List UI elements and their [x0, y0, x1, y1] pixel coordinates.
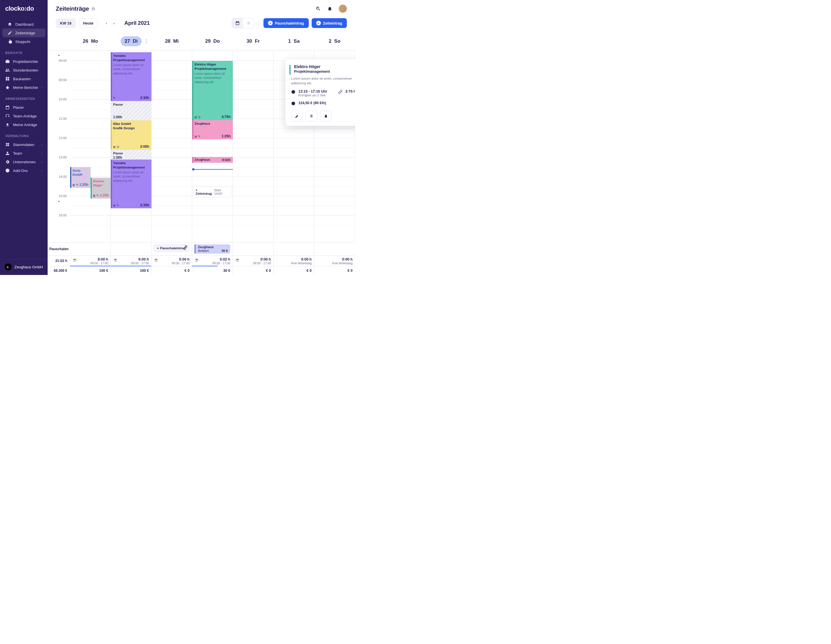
event-popover: Elektro Höger Projektmanagement Lorem ip… [285, 59, 355, 126]
next-week[interactable]: › [110, 20, 118, 27]
star-icon [5, 85, 10, 90]
euro-cell: 30 € [192, 266, 233, 275]
arrowup-icon [5, 122, 10, 127]
po-delete[interactable] [320, 111, 331, 121]
month-label: April 2021 [124, 20, 150, 26]
view-toggle [232, 18, 254, 28]
day-column[interactable] [70, 51, 111, 241]
euro-cell: 100 € [111, 266, 151, 275]
euro-icon [291, 101, 296, 106]
brand-logo: clocko:do [0, 0, 48, 20]
time-label: 10:00 [59, 97, 67, 101]
prev-week[interactable]: ‹ [103, 20, 110, 27]
today-pill[interactable]: Heute [79, 19, 98, 28]
nav-verwaltung: VERWALTUNG Stammdaten › Team › Unternehm… [0, 134, 48, 180]
gear-icon [5, 159, 10, 164]
nav-stammdaten[interactable]: Stammdaten › [0, 140, 48, 149]
day-column[interactable] [151, 51, 192, 241]
bell-icon[interactable] [327, 6, 333, 11]
nav-meine-antraege[interactable]: Meine Anträge [0, 120, 48, 129]
main: Zeiteinträge KW 16 Heute ‹ › April 2021 [48, 0, 355, 275]
day-header[interactable]: 28 Mi [151, 33, 192, 51]
nav-unternehmen[interactable]: Unternehmen › [0, 157, 48, 166]
day-header[interactable]: 1 Sa [274, 33, 314, 51]
sidebar-footer[interactable]: z. Zeughaus GmbH [0, 259, 48, 275]
org-name: Zeughaus GmbH [14, 265, 43, 269]
euro-cell: € 0 [274, 266, 314, 275]
calendar: 26 Mo27 Di28 Mi29 Do30 Fr1 Sa2 So 08:000… [48, 33, 355, 275]
day-column[interactable] [233, 51, 274, 241]
btn-zeiteintrag[interactable]: + Zeiteintrag [312, 18, 347, 28]
link-icon [338, 90, 342, 94]
po-copy[interactable] [306, 111, 317, 121]
day-header[interactable]: 2 So [314, 33, 355, 51]
case-icon [5, 59, 10, 64]
time-label: 13:00 [59, 156, 67, 159]
calendar-event[interactable]: Zeughaus◉ ✎1:25h [192, 120, 233, 139]
view-calendar[interactable] [232, 18, 243, 28]
nav-projektberichte[interactable]: Projektberichte [0, 57, 48, 66]
pauschal-chip[interactable]: Zeughaus Anfahrt30 € [194, 244, 230, 254]
btn-pauschaleintrag[interactable]: + Pauschaleintrag [263, 18, 309, 28]
day-header[interactable]: 26 Mo [70, 33, 111, 51]
people-icon [5, 68, 10, 72]
hours-cell: ☕0:00 h08:00 - 17:00 [233, 256, 274, 266]
day-header[interactable]: 29 Do [192, 33, 233, 51]
topbar: Zeiteinträge [48, 0, 355, 18]
calendar-event[interactable]: Pause1:00h [111, 150, 151, 159]
nav-stoppuhr[interactable]: Stoppuhr [2, 37, 45, 46]
nav-addons[interactable]: Add-Ons › [0, 166, 48, 175]
scroll-down[interactable] [48, 197, 70, 206]
calendar-event[interactable]: Pause1:00h [111, 101, 151, 120]
now-indicator [192, 169, 233, 170]
hours-cell: ☕0:00 h08:00 - 17:00 [151, 256, 192, 266]
nav-main: Dashboard Zeiteinträge Stoppuhr [0, 20, 48, 51]
calendar-event[interactable]: Sony GmbH◉ ✎1:25h [70, 167, 91, 188]
blocks-icon [5, 76, 10, 81]
time-label: 11:00 [59, 117, 67, 120]
week-pill[interactable]: KW 16 [56, 19, 76, 28]
row-euro: 68.300 € 100 €100 €€ 030 €€ 0€ 0€ 0 [48, 266, 355, 275]
euro-cell: € 0 [151, 266, 192, 275]
nav-planer[interactable]: Planer [0, 103, 48, 112]
calendar-event[interactable]: Zeughaus0:02h [192, 157, 233, 163]
nav-team-antraege[interactable]: Team-Anträge [0, 112, 48, 120]
nav-heading: BERICHTE [0, 51, 48, 57]
calendar-event[interactable]: Nike GmbHGrafik Design◉ ◔2:00h [111, 120, 151, 150]
day-header[interactable]: 30 Fr [233, 33, 274, 51]
po-edit[interactable] [291, 111, 302, 121]
nav-team[interactable]: Team › [0, 149, 48, 157]
team-icon [5, 151, 10, 156]
nav-meine-berichte[interactable]: Meine Berichte › [0, 83, 48, 92]
clock-icon [291, 90, 296, 94]
calendar-event[interactable]: YamahaProjektmanagementLorem ipsum dolor… [111, 52, 151, 101]
scroll-up[interactable] [48, 51, 70, 60]
nav-dashboard[interactable]: Dashboard [2, 20, 45, 29]
po-sub: Projektmanagement [294, 69, 355, 73]
euro-cell: € 0 [314, 266, 355, 275]
ghost-entry[interactable]: + ZeiteintragStart 14:00 [193, 186, 232, 197]
nav-berichte: BERICHTE Projektberichte Stundenkonten B… [0, 51, 48, 97]
page-title: Zeiteinträge [56, 5, 89, 12]
info-icon[interactable] [91, 6, 96, 11]
nav-zeiteintraege[interactable]: Zeiteinträge [2, 29, 45, 37]
calendar-event[interactable]: Elektro HögerProjektmanagementLorem ipsu… [192, 61, 233, 120]
chevron-right-icon: › [41, 160, 42, 164]
home-icon [8, 22, 12, 27]
add-pauschal[interactable]: + Pauschaleintrag [154, 244, 189, 252]
hours-cell: ☕8:00 h08:00 - 17:00 [111, 256, 151, 266]
time-label: 09:00 [59, 78, 67, 82]
calendar-icon [5, 105, 10, 110]
calendar-event[interactable]: Elektro Höger◉ ✎1:25h [91, 178, 111, 199]
user-avatar[interactable] [339, 5, 347, 13]
day-headers: 26 Mo27 Di28 Mi29 Do30 Fr1 Sa2 So [48, 33, 355, 51]
nav-stundenkonten[interactable]: Stundenkonten [0, 66, 48, 75]
nav-abwesenheiten: ABWESENHEITEN Planer Team-Anträge Meine … [0, 97, 48, 134]
row-pauschalen: Pauschalen + Pauschaleintrag Zeughaus [48, 243, 355, 255]
view-list[interactable] [243, 18, 254, 28]
nav-baukasten[interactable]: Baukasten [0, 75, 48, 83]
search-icon[interactable] [316, 6, 321, 11]
calendar-event[interactable]: YamahaProjektmanagementLorem ipsum dolor… [111, 159, 151, 208]
day-header[interactable]: 27 Di [111, 33, 151, 51]
nav-label: Dashboard [15, 22, 34, 27]
